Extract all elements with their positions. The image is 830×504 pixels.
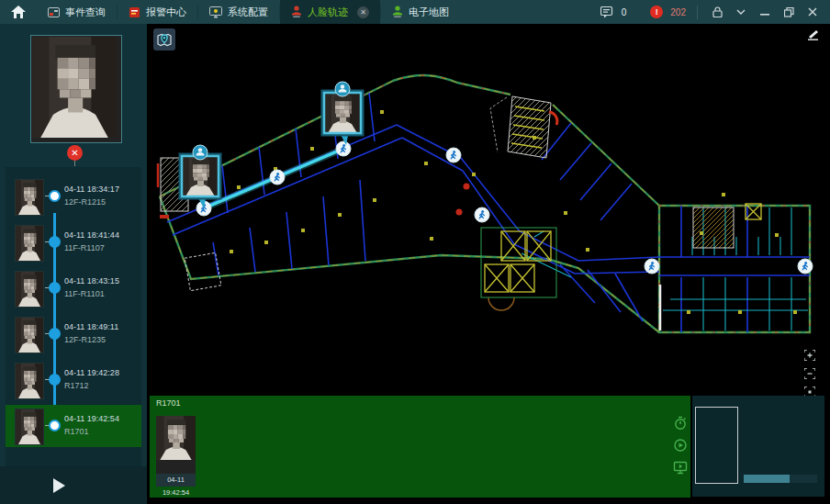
chevron-down-icon [736,9,746,15]
play-video-icon[interactable] [673,438,688,453]
playback-strip [0,466,147,504]
pin-stem [74,161,75,166]
tab-label: 系统配置 [228,6,268,19]
tab-label: 电子地图 [409,6,449,19]
capture-location: R1701 [64,427,89,436]
pen-icon [806,29,819,40]
top-navigation-bar: 事件查询 报警中心 系统配置 人脸轨迹 [0,0,830,24]
capture-time: 04-11 18:49:11 [64,322,118,331]
map-zoom-controls [804,350,815,398]
restore-button[interactable] [780,4,797,20]
collapse-button[interactable] [733,4,749,20]
tab-alarm-center[interactable]: 报警中心 [118,0,197,24]
face-track-sidebar: ✕ 04-11 18:34:17 12F-R1215 04-11 18:41:4… [0,24,147,504]
capture-actions [673,416,688,475]
capture-room-label: R1701 [156,398,181,408]
capture-photo-time: 04-11 19:42:54 [156,474,196,487]
map-pin-icon [157,32,172,47]
live-view-icon[interactable] [673,460,688,475]
event-query-icon [48,6,60,18]
system-config-icon [209,6,222,18]
close-icon [808,7,817,17]
timeline-node [49,420,61,431]
capture-location: 11F-R1101 [64,289,105,298]
capture-location: R1712 [64,381,89,390]
message-count: 0 [622,7,627,17]
alarm-center-icon [129,6,140,18]
timeline-item[interactable]: 04-11 18:34:17 12F-R1215 [6,175,141,218]
restore-icon [784,7,794,17]
face-track-icon [291,6,302,18]
capture-thumbnail [15,225,44,262]
lock-button[interactable] [709,4,725,20]
capture-thumbnail [15,363,44,399]
application-window: 事件查询 报警中心 系统配置 人脸轨迹 [0,0,830,504]
message-icon[interactable] [600,6,614,18]
capture-time: 04-11 18:43:15 [64,276,119,286]
tab-label: 事件查询 [65,6,106,19]
tab-system-config[interactable]: 系统配置 [198,0,279,24]
minimize-button[interactable] [757,4,773,20]
capture-thumbnail [15,271,44,308]
target-face-photo [30,35,122,143]
capture-thumbnail [15,317,44,353]
timeline-item[interactable]: 04-11 18:43:15 11F-R1101 [6,267,141,309]
selected-capture-panel: R1701 04-11 19:42:54 [150,396,690,498]
timeline-node [49,374,61,386]
tab-close-button[interactable]: ✕ [357,6,369,18]
tab-label: 人脸轨迹 [308,6,348,19]
alert-count: 202 [670,7,686,17]
close-window-button[interactable] [804,4,821,20]
capture-thumbnail [15,179,44,216]
capture-time: 04-11 18:34:17 [64,185,119,194]
e-map-icon [392,6,403,18]
timeline-node [49,190,61,202]
timeline-item[interactable]: 04-11 18:41:44 11F-R1107 [6,221,141,263]
capture-photo[interactable] [156,416,196,474]
replay-timer-icon[interactable] [673,416,688,431]
home-button[interactable] [0,6,37,18]
divider [697,6,698,19]
remove-target-button[interactable]: ✕ [67,145,83,161]
timeline-node [49,282,61,294]
floor-plan-drawing: .wallA{stroke:#2d8f5a;stroke-width:2.4;}… [149,24,830,394]
capture-time: 04-11 19:42:28 [64,368,119,377]
zoom-out-icon[interactable] [804,368,815,379]
timeline-item[interactable]: 04-11 19:42:28 R1712 [6,359,141,401]
timeline-item-selected[interactable]: 04-11 19:42:54 R1701 [6,405,141,447]
lock-icon [712,6,723,17]
floor-plan-map[interactable]: .wallA{stroke:#2d8f5a;stroke-width:2.4;}… [149,24,830,394]
tab-event-query[interactable]: 事件查询 [37,0,117,24]
capture-location: 12F-R1215 [64,197,106,207]
capture-time: 04-11 18:41:44 [64,230,119,240]
progress-fill [744,475,790,483]
capture-thumbnail [15,409,44,445]
timeline-item[interactable]: 04-11 18:49:11 12F-R1235 [6,313,141,355]
capture-location: 11F-R1107 [64,243,105,252]
alert-badge-icon[interactable]: ! [650,6,663,18]
nav-right-cluster: 0 ! 202 [600,4,830,20]
tab-label: 报警中心 [146,6,186,19]
trajectory-timeline: 04-11 18:34:17 12F-R1215 04-11 18:41:44 … [6,167,141,466]
playback-preview-panel [692,396,824,497]
preview-placeholder [695,407,738,484]
home-icon [11,6,26,18]
progress-bar[interactable] [744,475,817,483]
capture-time: 04-11 19:42:54 [64,414,119,423]
minimize-icon [760,7,769,17]
map-layers-button[interactable] [153,28,175,50]
zoom-in-icon[interactable] [804,350,815,361]
tab-face-track[interactable]: 人脸轨迹 ✕ [280,0,380,24]
capture-location: 12F-R1235 [64,335,106,344]
timeline-node [49,236,61,248]
tab-e-map[interactable]: 电子地图 [381,0,460,24]
timeline-node [49,328,61,340]
play-button[interactable] [53,478,65,493]
annotate-button[interactable] [806,28,819,44]
